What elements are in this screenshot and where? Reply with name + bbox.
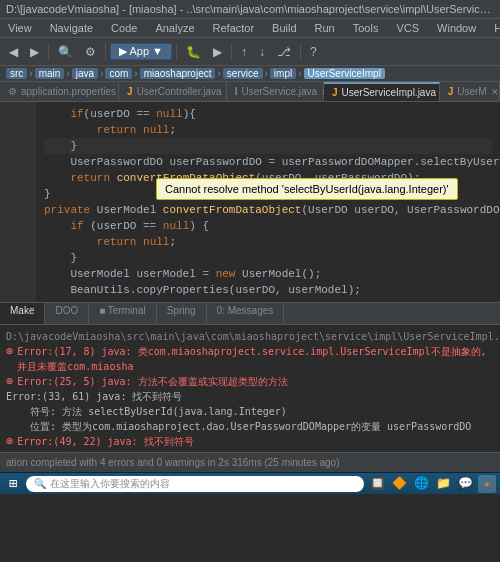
taskbar-search-box[interactable]: 🔍 在这里输入你要搜索的内容 (26, 476, 364, 492)
taskbar-icon-5[interactable]: 💬 (456, 475, 474, 493)
bottom-tab-doo[interactable]: DOO (45, 303, 89, 324)
tab-application-properties[interactable]: ⚙ application.properties ✕ (0, 82, 119, 101)
breadcrumb-com[interactable]: com (105, 68, 132, 79)
toolbar-help-btn[interactable]: ? (305, 43, 322, 61)
tab-icon-java1: J (127, 86, 133, 97)
bottom-tabs: Make DOO ■ Terminal Spring 0: Messages (0, 303, 500, 325)
code-line-15: return null; (44, 234, 492, 250)
code-line-14: if (userDO == null) { (44, 218, 492, 234)
bottom-tab-messages[interactable]: 0: Messages (207, 303, 285, 324)
status-bar: ation completed with 4 errors and 0 warn… (0, 452, 500, 472)
breadcrumb: src › main › java › com › miaoshaproject… (0, 66, 500, 82)
code-line-19: UserModel userModel = new UserModel(); (44, 266, 492, 282)
build-normal-1: Error:(33, 61) java: 找不到符号 (6, 389, 494, 404)
menu-code[interactable]: Code (107, 21, 141, 35)
toolbar-search[interactable]: 🔍 (53, 43, 78, 61)
code-line-16: } (44, 250, 492, 266)
taskbar: ⊞ 🔍 在这里输入你要搜索的内容 🔲 🔶 🌐 📁 💬 ✦ (0, 472, 500, 494)
tab-icon-config: ⚙ (8, 86, 17, 97)
code-line-3: } (44, 138, 492, 154)
taskbar-icon-1[interactable]: 🔲 (368, 475, 386, 493)
menu-vcs[interactable]: VCS (392, 21, 423, 35)
menu-bar: View Navigate Code Analyze Refactor Buil… (0, 19, 500, 38)
toolbar-debug[interactable]: 🐛 (181, 43, 206, 61)
build-error-3: ⊗ Error:(49, 22) java: 找不到符号 (6, 434, 494, 449)
taskbar-search-text: 在这里输入你要搜索的内容 (50, 477, 170, 491)
build-normal-3: 位置: 类型为com.miaoshaproject.dao.UserPasswo… (6, 419, 494, 434)
breadcrumb-java[interactable]: java (72, 68, 98, 79)
breadcrumb-impl[interactable]: impl (270, 68, 296, 79)
toolbar-run-btn[interactable]: ▶ (208, 43, 227, 61)
error-icon-1: ⊗ (6, 344, 13, 359)
toolbar-sep5 (300, 43, 301, 61)
code-line-6: UserPasswordDO userPasswordDO = userPass… (44, 154, 492, 170)
build-normal-4: 符号: 方法 getEncrptPassword(java.lang.Strin… (6, 449, 494, 452)
menu-help[interactable]: Help (490, 21, 500, 35)
taskbar-windows-icon[interactable]: ⊞ (4, 475, 22, 493)
toolbar-sep1 (48, 43, 49, 61)
tab-icon-java2: J (332, 87, 338, 98)
toolbar-vcs3[interactable]: ⎇ (272, 43, 296, 61)
code-line-13: private UserModel convertFromDataObject(… (44, 202, 492, 218)
build-normal-2: 符号: 方法 selectByUserId(java.lang.Integer) (6, 404, 494, 419)
toolbar-sep2 (105, 43, 106, 61)
menu-navigate[interactable]: Navigate (46, 21, 97, 35)
build-path: D:\javacodeVmiaosha\src\main\java\com\mi… (6, 329, 494, 344)
toolbar-vcs2[interactable]: ↓ (254, 43, 270, 61)
code-editor[interactable]: Cannot resolve method 'selectByUserId(ja… (36, 102, 500, 302)
bottom-panel: Make DOO ■ Terminal Spring 0: Messages D… (0, 302, 500, 452)
bottom-tab-make[interactable]: Make (0, 303, 45, 324)
code-line-20: BeanUtils.copyProperties(userDO, userMod… (44, 282, 492, 298)
title-bar: D:\[javacodeVmiaosha] - [miaosha] - ..\s… (0, 0, 500, 19)
build-error-2: ⊗ Error:(25, 5) java: 方法不会覆盖或实现超类型的方法 (6, 374, 494, 389)
breadcrumb-main[interactable]: main (35, 68, 65, 79)
tabs-bar: ⚙ application.properties ✕ J UserControl… (0, 82, 500, 102)
toolbar-vcs1[interactable]: ↑ (236, 43, 252, 61)
bottom-tab-spring[interactable]: Spring (157, 303, 207, 324)
error-icon-2: ⊗ (6, 374, 13, 389)
bottom-tab-terminal[interactable]: ■ Terminal (89, 303, 156, 324)
code-line-2: return null; (44, 122, 492, 138)
breadcrumb-miaoshaproject[interactable]: miaoshaproject (140, 68, 216, 79)
menu-window[interactable]: Window (433, 21, 480, 35)
breadcrumb-service[interactable]: service (223, 68, 263, 79)
toolbar-sep3 (176, 43, 177, 61)
build-output: D:\javacodeVmiaosha\src\main\java\com\mi… (0, 325, 500, 452)
menu-refactor[interactable]: Refactor (209, 21, 259, 35)
tab-user-service[interactable]: I UserService.java ✕ (227, 82, 324, 101)
tab-icon-interface: I (235, 86, 238, 97)
menu-analyze[interactable]: Analyze (151, 21, 198, 35)
toolbar-sep4 (231, 43, 232, 61)
toolbar: ◀ ▶ 🔍 ⚙ ▶ App ▼ 🐛 ▶ ↑ ↓ ⎇ ? (0, 38, 500, 66)
taskbar-icon-intellij[interactable]: ✦ (478, 475, 496, 493)
line-numbers (0, 102, 36, 302)
toolbar-forward[interactable]: ▶ (25, 43, 44, 61)
breadcrumb-classname[interactable]: UserServiceImpl (304, 68, 385, 79)
error-tooltip: Cannot resolve method 'selectByUserId(ja… (156, 178, 458, 200)
build-error-1: ⊗ Error:(17, 8) java: 类com.miaoshaprojec… (6, 344, 494, 374)
tab-icon-java3: J (448, 86, 454, 97)
title-text: D:\[javacodeVmiaosha] - [miaosha] - ..\s… (6, 3, 500, 15)
tab-close-5[interactable]: ✕ (491, 87, 499, 97)
toolbar-back[interactable]: ◀ (4, 43, 23, 61)
taskbar-icon-4[interactable]: 📁 (434, 475, 452, 493)
tab-user-m[interactable]: J UserM ✕ (440, 82, 500, 101)
status-text: ation completed with 4 errors and 0 warn… (6, 457, 340, 468)
menu-run[interactable]: Run (311, 21, 339, 35)
code-line-1: if(userDO == null){ (44, 106, 492, 122)
toolbar-app-button[interactable]: ▶ App ▼ (110, 43, 172, 60)
error-icon-3: ⊗ (6, 434, 13, 449)
taskbar-icon-2[interactable]: 🔶 (390, 475, 408, 493)
menu-tools[interactable]: Tools (349, 21, 383, 35)
taskbar-icon-3[interactable]: 🌐 (412, 475, 430, 493)
editor-area: Cannot resolve method 'selectByUserId(ja… (0, 102, 500, 302)
menu-build[interactable]: Build (268, 21, 300, 35)
toolbar-settings[interactable]: ⚙ (80, 43, 101, 61)
menu-view[interactable]: View (4, 21, 36, 35)
tab-user-service-impl[interactable]: J UserServiceImpl.java ✕ (324, 82, 440, 101)
tab-user-controller[interactable]: J UserController.java ✕ (119, 82, 227, 101)
breadcrumb-src[interactable]: src (6, 68, 27, 79)
